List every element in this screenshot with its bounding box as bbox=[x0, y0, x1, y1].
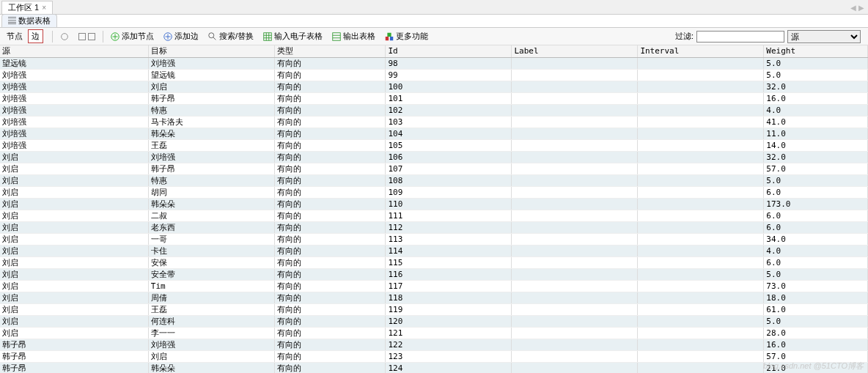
cell-interval[interactable] bbox=[638, 128, 764, 139]
more-functions-button[interactable]: 更多功能 bbox=[380, 29, 432, 43]
cell-weight[interactable]: 5.0 bbox=[764, 174, 868, 186]
search-replace-button[interactable]: 搜索/替换 bbox=[204, 29, 257, 43]
cell-label[interactable] bbox=[512, 81, 638, 92]
cell-label[interactable] bbox=[512, 57, 638, 69]
table-row[interactable]: 刘启何连科有向的1205.0 bbox=[0, 315, 868, 327]
cell-source[interactable]: 刘启 bbox=[0, 256, 148, 268]
cell-interval[interactable] bbox=[638, 221, 764, 233]
cell-type[interactable]: 有向的 bbox=[274, 292, 386, 303]
cell-source[interactable]: 刘培强 bbox=[0, 128, 148, 139]
table-row[interactable]: 刘启一哥有向的11334.0 bbox=[0, 233, 868, 245]
cell-interval[interactable] bbox=[638, 116, 764, 128]
table-row[interactable]: 刘培强特惠有向的1024.0 bbox=[0, 104, 868, 116]
cell-weight[interactable]: 21.0 bbox=[764, 362, 868, 373]
tab-data-table[interactable]: ▤ 数据表格 bbox=[1, 14, 57, 27]
cell-type[interactable]: 有向的 bbox=[274, 69, 386, 81]
cell-type[interactable]: 有向的 bbox=[274, 186, 386, 198]
cell-weight[interactable]: 6.0 bbox=[764, 221, 868, 233]
cell-id[interactable]: 105 bbox=[386, 139, 512, 151]
table-row[interactable]: 刘启韩朵朵有向的110173.0 bbox=[0, 198, 868, 210]
cell-type[interactable]: 有向的 bbox=[274, 245, 386, 256]
cell-label[interactable] bbox=[512, 327, 638, 339]
cell-target[interactable]: 韩朵朵 bbox=[148, 198, 274, 210]
column-header[interactable]: Id bbox=[386, 45, 512, 57]
column-header[interactable]: 源 bbox=[0, 45, 148, 57]
cell-interval[interactable] bbox=[638, 174, 764, 186]
cell-id[interactable]: 103 bbox=[386, 116, 512, 128]
cell-source[interactable]: 刘启 bbox=[0, 233, 148, 245]
cell-label[interactable] bbox=[512, 128, 638, 139]
cell-source[interactable]: 刘启 bbox=[0, 221, 148, 233]
cell-type[interactable]: 有向的 bbox=[274, 57, 386, 69]
table-row[interactable]: 刘启刘培强有向的10632.0 bbox=[0, 151, 868, 163]
cell-weight[interactable]: 57.0 bbox=[764, 163, 868, 174]
cell-target[interactable]: 韩子昂 bbox=[148, 163, 274, 174]
cell-type[interactable]: 有向的 bbox=[274, 163, 386, 174]
cell-label[interactable] bbox=[512, 315, 638, 327]
cell-source[interactable]: 刘启 bbox=[0, 292, 148, 303]
cell-source[interactable]: 刘启 bbox=[0, 280, 148, 292]
cell-weight[interactable]: 73.0 bbox=[764, 280, 868, 292]
cell-label[interactable] bbox=[512, 245, 638, 256]
mode-edges-button[interactable]: 边 bbox=[28, 29, 43, 43]
cell-weight[interactable]: 16.0 bbox=[764, 339, 868, 350]
config-button[interactable] bbox=[56, 30, 73, 43]
cell-interval[interactable] bbox=[638, 245, 764, 256]
cell-label[interactable] bbox=[512, 104, 638, 116]
cell-id[interactable]: 108 bbox=[386, 174, 512, 186]
cell-weight[interactable]: 5.0 bbox=[764, 69, 868, 81]
cell-target[interactable]: 胡同 bbox=[148, 186, 274, 198]
layout-button-1[interactable] bbox=[75, 32, 100, 42]
cell-target[interactable]: 安全带 bbox=[148, 268, 274, 280]
cell-weight[interactable]: 5.0 bbox=[764, 57, 868, 69]
cell-interval[interactable] bbox=[638, 69, 764, 81]
cell-id[interactable]: 107 bbox=[386, 163, 512, 174]
cell-id[interactable]: 117 bbox=[386, 280, 512, 292]
cell-interval[interactable] bbox=[638, 339, 764, 350]
cell-label[interactable] bbox=[512, 303, 638, 315]
cell-interval[interactable] bbox=[638, 139, 764, 151]
cell-target[interactable]: 韩朵朵 bbox=[148, 362, 274, 373]
cell-target[interactable]: 刘培强 bbox=[148, 151, 274, 163]
cell-interval[interactable] bbox=[638, 315, 764, 327]
cell-type[interactable]: 有向的 bbox=[274, 315, 386, 327]
cell-weight[interactable]: 173.0 bbox=[764, 198, 868, 210]
cell-label[interactable] bbox=[512, 339, 638, 350]
cell-interval[interactable] bbox=[638, 268, 764, 280]
table-row[interactable]: 刘培强刘启有向的10032.0 bbox=[0, 81, 868, 92]
table-row[interactable]: 刘培强王磊有向的10514.0 bbox=[0, 139, 868, 151]
cell-type[interactable]: 有向的 bbox=[274, 221, 386, 233]
cell-source[interactable]: 刘培强 bbox=[0, 92, 148, 104]
cell-label[interactable] bbox=[512, 233, 638, 245]
cell-source[interactable]: 刘培强 bbox=[0, 69, 148, 81]
cell-type[interactable]: 有向的 bbox=[274, 210, 386, 221]
cell-interval[interactable] bbox=[638, 210, 764, 221]
cell-label[interactable] bbox=[512, 198, 638, 210]
cell-target[interactable]: 何连科 bbox=[148, 315, 274, 327]
cell-target[interactable]: 刘启 bbox=[148, 81, 274, 92]
table-row[interactable]: 刘培强马卡洛夫有向的10341.0 bbox=[0, 116, 868, 128]
cell-source[interactable]: 刘启 bbox=[0, 210, 148, 221]
cell-source[interactable]: 刘启 bbox=[0, 151, 148, 163]
filter-input[interactable] bbox=[696, 31, 784, 43]
table-row[interactable]: 刘培强望远镜有向的995.0 bbox=[0, 69, 868, 81]
cell-source[interactable]: 刘启 bbox=[0, 186, 148, 198]
cell-target[interactable]: 王磊 bbox=[148, 139, 274, 151]
cell-id[interactable]: 98 bbox=[386, 57, 512, 69]
table-row[interactable]: 刘启特惠有向的1085.0 bbox=[0, 174, 868, 186]
cell-id[interactable]: 118 bbox=[386, 292, 512, 303]
cell-label[interactable] bbox=[512, 350, 638, 362]
cell-target[interactable]: 安保 bbox=[148, 256, 274, 268]
cell-interval[interactable] bbox=[638, 303, 764, 315]
table-row[interactable]: 刘启安全带有向的1165.0 bbox=[0, 268, 868, 280]
cell-type[interactable]: 有向的 bbox=[274, 350, 386, 362]
cell-type[interactable]: 有向的 bbox=[274, 116, 386, 128]
cell-weight[interactable]: 11.0 bbox=[764, 128, 868, 139]
cell-weight[interactable]: 14.0 bbox=[764, 139, 868, 151]
cell-source[interactable]: 刘启 bbox=[0, 163, 148, 174]
cell-weight[interactable]: 34.0 bbox=[764, 233, 868, 245]
cell-target[interactable]: 王磊 bbox=[148, 303, 274, 315]
cell-target[interactable]: 刘培强 bbox=[148, 339, 274, 350]
cell-type[interactable]: 有向的 bbox=[274, 362, 386, 373]
cell-target[interactable]: 老东西 bbox=[148, 221, 274, 233]
